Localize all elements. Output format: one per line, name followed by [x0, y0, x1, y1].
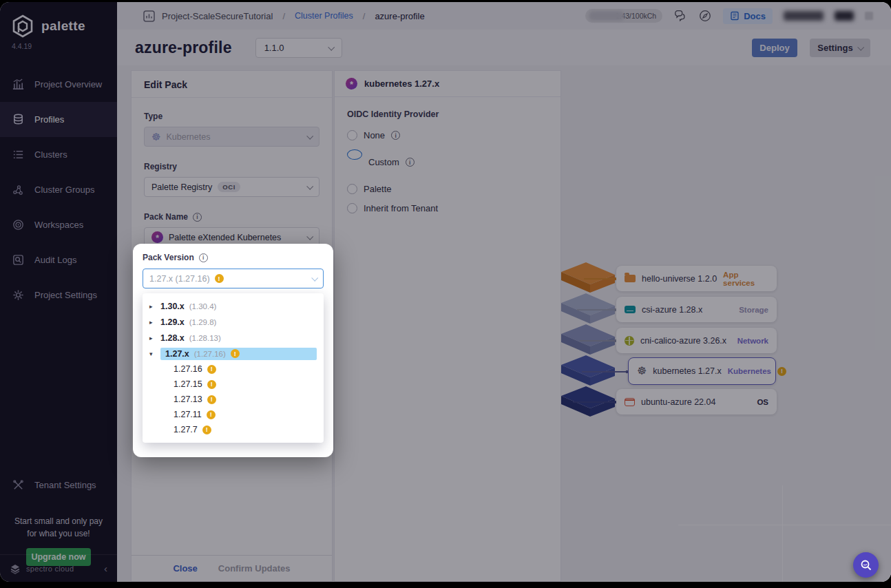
caret-right-icon[interactable]: ▸ — [149, 303, 156, 310]
version-option[interactable]: 1.27.11 — [143, 407, 324, 422]
oidc-option-palette[interactable]: Palette — [347, 184, 548, 194]
pack-version-select[interactable]: 1.27.x (1.27.16) — [143, 269, 324, 288]
version-option[interactable]: 1.27.16 — [143, 361, 324, 377]
warning-icon — [215, 274, 224, 283]
chevron-down-icon — [306, 133, 313, 140]
info-icon[interactable] — [406, 158, 415, 167]
radio-icon[interactable] — [347, 184, 357, 194]
footer-brand: spectro cloud — [26, 565, 74, 573]
grid-divider — [782, 485, 783, 582]
sidebar: palette 4.4.19 Project Overview Profiles… — [0, 2, 117, 582]
oidc-option-custom[interactable]: Custom — [347, 149, 548, 175]
magnifier-icon — [860, 559, 872, 571]
tools-icon — [12, 479, 25, 492]
version-option[interactable]: 1.27.13 — [143, 392, 324, 407]
sidebar-item-label: Profiles — [34, 114, 64, 125]
spectro-cloud-logo-icon — [10, 563, 21, 574]
radio-icon[interactable] — [347, 203, 357, 213]
layer-card-kubernetes[interactable]: ☸ kubernetes 1.27.x Kubernetes — [628, 357, 776, 385]
version-group-option-selected[interactable]: ▾ 1.27.x (1.27.16) — [143, 346, 324, 361]
registry-select[interactable]: Palette Registry OCI — [144, 177, 319, 197]
sidebar-footer: spectro cloud ‹ — [0, 554, 117, 582]
sidebar-nav: Project Overview Profiles Clusters Clust… — [0, 67, 117, 313]
confirm-updates-button[interactable]: Confirm Updates — [218, 563, 291, 574]
pack-version-value: 1.27.x (1.27.16) — [149, 274, 210, 284]
chevron-down-icon — [311, 275, 318, 282]
radio-icon[interactable] — [347, 130, 357, 140]
version-group-option[interactable]: ▸ 1.30.x (1.30.4) — [143, 298, 324, 314]
compass-icon[interactable] — [698, 9, 712, 23]
sidebar-item-profiles[interactable]: Profiles — [0, 102, 117, 137]
registry-value: Palette Registry — [151, 182, 212, 192]
docs-button[interactable]: Docs — [723, 8, 773, 24]
radio-selected-icon[interactable] — [347, 149, 362, 160]
info-icon[interactable] — [193, 213, 202, 222]
zoom-fab-button[interactable] — [853, 552, 879, 578]
pack-name-value: Palette eXtended Kubernetes — [169, 233, 281, 242]
breadcrumb-separator: / — [282, 11, 285, 21]
layer-card-csi-azure[interactable]: csi-azure 1.28.x Storage — [616, 297, 777, 322]
project-icon — [143, 10, 155, 22]
caret-down-icon[interactable]: ▾ — [149, 350, 156, 357]
page-title: azure-profile — [135, 39, 232, 57]
oidc-option-inherit[interactable]: Inherit from Tenant — [347, 203, 548, 213]
storage-icon — [625, 306, 636, 313]
pack-icon — [151, 231, 163, 243]
version-group-option[interactable]: ▸ 1.28.x (1.28.13) — [143, 330, 324, 346]
sidebar-item-project-settings[interactable]: Project Settings — [0, 277, 117, 313]
info-icon[interactable] — [391, 131, 400, 140]
sidebar-item-tenant-settings[interactable]: Tenant Settings — [0, 468, 117, 503]
caret-right-icon[interactable]: ▸ — [149, 335, 156, 342]
layer-category: App services — [723, 271, 768, 287]
oidc-option-none[interactable]: None — [347, 130, 548, 140]
sidebar-item-label: Project Settings — [34, 290, 97, 300]
layers-icon — [12, 113, 25, 126]
app-version: 4.4.19 — [0, 42, 117, 50]
profile-version-select[interactable]: 1.1.0 — [255, 38, 342, 58]
layer-card-hello-universe[interactable]: hello-universe 1.2.0 App services — [616, 266, 777, 291]
sidebar-item-label: Audit Logs — [34, 255, 76, 265]
sidebar-item-audit-logs[interactable]: Audit Logs — [0, 242, 117, 277]
app-services-icon — [625, 275, 636, 282]
deploy-button[interactable]: Deploy — [752, 39, 797, 57]
usage-meter: 1.43/100kCh — [585, 9, 662, 23]
audit-logs-icon — [12, 253, 25, 266]
info-icon[interactable] — [199, 253, 208, 262]
edit-pack-title: Edit Pack — [132, 71, 332, 98]
oci-badge: OCI — [218, 182, 240, 192]
grid-divider — [678, 525, 891, 525]
close-button[interactable]: Close — [173, 563, 197, 574]
breadcrumb-cluster-profiles-link[interactable]: Cluster Profiles — [295, 11, 353, 21]
sidebar-item-workspaces[interactable]: Workspaces — [0, 207, 117, 242]
chevron-down-icon — [306, 183, 313, 190]
caret-right-icon[interactable]: ▸ — [149, 319, 156, 326]
workspaces-icon — [12, 218, 25, 231]
pack-version-label: Pack Version — [143, 253, 324, 262]
sidebar-item-label: Cluster Groups — [34, 185, 94, 195]
sidebar-item-project-overview[interactable]: Project Overview — [0, 67, 117, 102]
brand-name: palette — [41, 19, 85, 34]
sidebar-item-cluster-groups[interactable]: Cluster Groups — [0, 172, 117, 207]
brand-row: palette — [0, 2, 117, 39]
layer-card-ubuntu[interactable]: ubuntu-azure 22.04 OS — [616, 389, 777, 414]
layer-connector — [582, 371, 628, 372]
pack-name-label: Pack Name — [144, 212, 319, 222]
book-icon — [730, 11, 740, 21]
collapse-sidebar-icon[interactable]: ‹ — [104, 563, 107, 574]
docs-label: Docs — [744, 11, 766, 21]
os-icon — [625, 398, 635, 406]
version-option[interactable]: 1.27.7 — [143, 422, 324, 437]
chat-icon[interactable] — [673, 9, 687, 23]
layer-card-cni-calico[interactable]: cni-calico-azure 3.26.x Network — [616, 328, 777, 353]
chevron-down-icon — [328, 43, 335, 50]
redacted-user-menu[interactable] — [835, 11, 854, 21]
warning-icon — [207, 380, 216, 389]
version-group-option[interactable]: ▸ 1.29.x (1.29.8) — [143, 314, 324, 330]
sidebar-item-clusters[interactable]: Clusters — [0, 137, 117, 172]
settings-button[interactable]: Settings — [810, 39, 870, 57]
sidebar-item-label: Tenant Settings — [34, 480, 96, 490]
profile-version-value: 1.1.0 — [264, 43, 284, 53]
breadcrumb-project[interactable]: Project-ScaleSecureTutorial — [162, 11, 273, 21]
type-select[interactable]: ☸ Kubernetes — [144, 127, 319, 147]
version-option[interactable]: 1.27.15 — [143, 377, 324, 392]
